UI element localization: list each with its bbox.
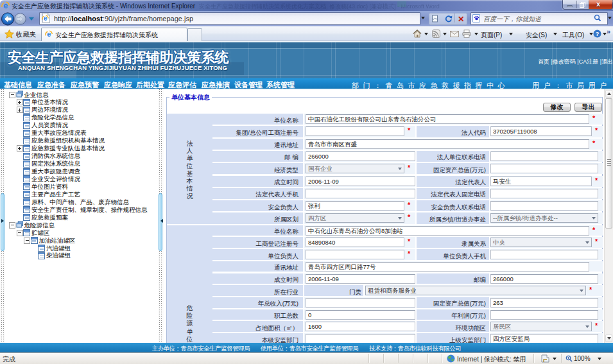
svg-text:?: ?	[596, 31, 600, 37]
